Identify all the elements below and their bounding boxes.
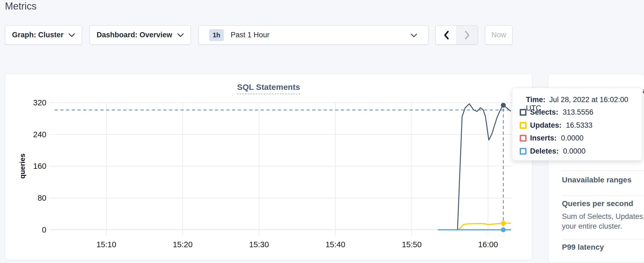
updates-legend-swatch-icon (520, 122, 526, 129)
x-tick-label: 15:30 (240, 240, 278, 249)
tooltip-series-value: 0.0000 (563, 147, 586, 155)
time-range-badge: 1h (209, 29, 224, 41)
time-shift-button-group (435, 25, 478, 45)
chevron-down-icon (68, 33, 75, 37)
tooltip-legend-row: Inserts:0.0000 (520, 134, 583, 142)
chevron-down-icon (177, 33, 184, 37)
tooltip-series-label: Selects: (530, 108, 558, 117)
next-time-button[interactable] (457, 26, 478, 44)
y-tick-label: 80 (25, 194, 46, 203)
tooltip-series-value: 16.5333 (566, 121, 593, 130)
tooltip-legend-row: Deletes:0.0000 (520, 147, 586, 155)
glossary-heading-p99-latency: P99 latency (562, 243, 604, 252)
tooltip-series-label: Updates: (530, 121, 562, 130)
chevron-right-icon (464, 30, 470, 40)
x-tick-label: 15:20 (164, 240, 202, 249)
tooltip-series-value: 0.0000 (561, 134, 584, 142)
y-tick-label: 0 (25, 225, 46, 234)
x-tick-label: 15:50 (393, 240, 431, 249)
chevron-down-icon (411, 33, 417, 37)
prev-time-button[interactable] (436, 26, 457, 44)
clipped-sidebar-text: a (643, 87, 644, 95)
chart-hover-tooltip: Time:Jul 28, 2022 at 16:02:00 UTC Select… (512, 88, 642, 161)
dashboard-dropdown-label: Dashboard: Overview (97, 31, 172, 39)
graph-scope-dropdown-label: Graph: Cluster (12, 31, 64, 39)
y-tick-label: 320 (25, 98, 46, 107)
x-tick-label: 15:10 (87, 240, 125, 249)
glossary-heading-queries-per-second: Queries per second (562, 199, 633, 208)
selects-legend-swatch-icon (520, 109, 526, 116)
tooltip-series-value: 313.5556 (563, 108, 594, 117)
divider (562, 195, 644, 196)
chart-title[interactable]: SQL Statements (237, 82, 300, 94)
glossary-heading-unavailable-ranges: Unavailable ranges (562, 176, 631, 184)
x-tick-label: 15:40 (316, 240, 354, 249)
time-range-label: Past 1 Hour (231, 31, 270, 39)
dashboard-dropdown[interactable]: Dashboard: Overview (89, 25, 191, 45)
tooltip-series-label: Deletes: (530, 147, 559, 155)
graph-scope-dropdown[interactable]: Graph: Cluster (5, 25, 82, 45)
glossary-description-line: your entire cluster. (562, 222, 622, 231)
chevron-left-icon (443, 30, 449, 40)
tooltip-series-label: Inserts: (530, 134, 557, 142)
glossary-description-line: Sum of Selects, Updates, Inser (562, 212, 644, 221)
page-title: Metrics (5, 1, 37, 12)
tooltip-time-label: Time: (526, 96, 546, 104)
inserts-legend-swatch-icon (520, 135, 526, 142)
sql-statements-chart-card[interactable] (5, 74, 532, 260)
y-tick-label: 160 (25, 162, 46, 171)
tooltip-legend-row: Selects:313.5556 (520, 108, 593, 117)
chart-title-wrap: SQL Statements (5, 82, 532, 94)
divider (562, 239, 644, 240)
deletes-legend-swatch-icon (520, 148, 526, 155)
tooltip-legend-row: Updates:16.5333 (520, 121, 592, 130)
now-button[interactable]: Now (485, 25, 513, 45)
y-tick-label: 240 (25, 130, 46, 139)
x-tick-label: 16:00 (469, 240, 507, 249)
time-range-selector[interactable]: 1h Past 1 Hour (198, 25, 428, 45)
divider (562, 170, 644, 171)
